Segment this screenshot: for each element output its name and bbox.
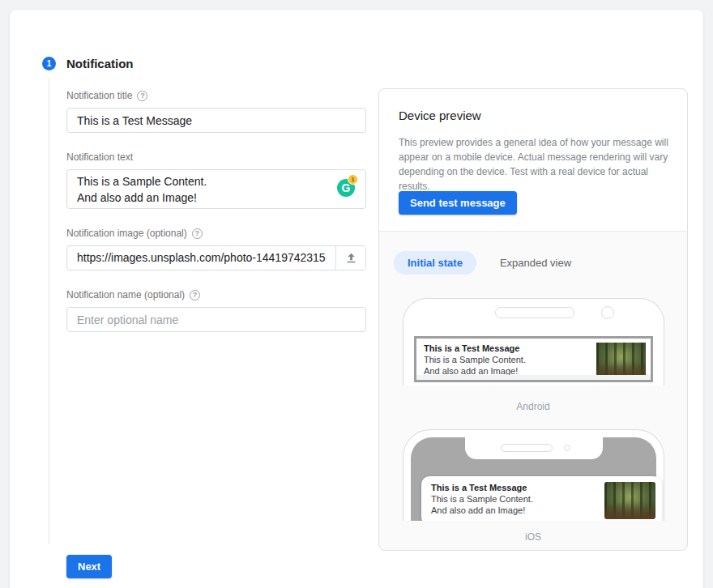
android-notification-preview: This is a Test Message This is a Sample … [414, 336, 653, 382]
notification-image-input[interactable]: https://images.unsplash.com/photo-144197… [66, 245, 366, 271]
ios-notification-preview: This is a Test Message This is a Sample … [421, 476, 662, 521]
step-number-badge: 1 [42, 57, 56, 70]
notification-image-label: Notification image (optional) ? [66, 228, 203, 239]
notification-title-label-text: Notification title [66, 90, 132, 101]
android-speaker [495, 307, 574, 318]
preview-notification-title: This is a Test Message [431, 482, 533, 493]
android-notification-footer-strip [416, 375, 651, 380]
notification-title-label: Notification title ? [66, 90, 147, 101]
ios-label: iOS [379, 531, 687, 543]
android-notification-text: This is a Test Message This is a Sample … [424, 343, 526, 377]
notification-text-label-text: Notification text [66, 151, 133, 163]
notification-name-label-text: Notification name (optional) [66, 289, 185, 300]
notification-image-thumbnail [596, 343, 646, 378]
composer-card: 1 Notification Notification title ? Noti… [10, 10, 703, 588]
device-preview-title: Device preview [399, 109, 481, 122]
upload-image-button[interactable] [335, 246, 365, 270]
tab-initial-state[interactable]: Initial state [394, 251, 476, 275]
android-phone-mockup: This is a Test Message This is a Sample … [403, 298, 664, 386]
stepper-line [49, 78, 49, 544]
notification-text-label: Notification text [66, 151, 133, 163]
help-icon[interactable]: ? [192, 228, 203, 239]
android-camera [601, 306, 614, 319]
notification-text-line2: And also add an Image! [77, 190, 333, 206]
ios-notch [465, 437, 603, 459]
preview-notification-line: This is a Sample Content. [431, 493, 533, 505]
notification-title-input[interactable] [66, 108, 366, 133]
notification-name-label: Notification name (optional) ? [66, 289, 200, 300]
device-preview-header: Device preview This preview provides a g… [379, 89, 687, 232]
notification-text-input[interactable]: This is a Sample Content. And also add a… [66, 169, 366, 209]
ios-speaker [501, 444, 553, 452]
notification-name-input[interactable] [66, 307, 366, 332]
preview-notification-line: This is a Sample Content. [424, 354, 526, 365]
ios-phone-mockup: This is a Test Message This is a Sample … [403, 429, 664, 521]
ios-camera [564, 445, 570, 451]
device-preview-description: This preview provides a general idea of … [399, 135, 674, 194]
help-icon[interactable]: ? [190, 290, 200, 300]
grammarly-badge: 1 [348, 174, 358, 185]
notification-image-label-text: Notification image (optional) [66, 228, 187, 239]
device-preview-panel: Device preview This preview provides a g… [378, 88, 688, 551]
ios-notification-text: This is a Test Message This is a Sample … [431, 482, 533, 516]
preview-notification-line: And also add an Image! [431, 505, 533, 516]
step-title: Notification [66, 57, 134, 70]
next-button[interactable]: Next [66, 555, 112, 578]
preview-notification-title: This is a Test Message [424, 343, 526, 354]
notification-text-line1: This is a Sample Content. [77, 173, 333, 190]
help-icon[interactable]: ? [137, 91, 147, 101]
tab-expanded-view[interactable]: Expanded view [486, 251, 585, 275]
preview-tabs: Initial state Expanded view [394, 251, 585, 275]
ios-screen: This is a Test Message This is a Sample … [411, 437, 656, 521]
notification-image-thumbnail [604, 482, 655, 519]
upload-icon [344, 251, 358, 265]
device-preview-body: Initial state Expanded view This is a Te… [379, 232, 687, 551]
send-test-message-button[interactable]: Send test message [399, 191, 517, 215]
android-label: Android [379, 401, 687, 412]
notification-image-url[interactable]: https://images.unsplash.com/photo-144197… [67, 246, 335, 270]
